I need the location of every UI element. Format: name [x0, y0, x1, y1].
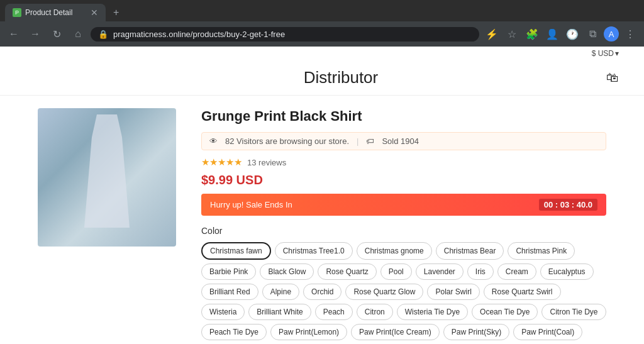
color-options: Christmas fawnChristmas Tree1.0Christmas…	[201, 242, 606, 344]
home-button[interactable]: ⌂	[69, 25, 87, 43]
rating-row: ★★★★★ 13 reviews	[201, 157, 606, 168]
meta-divider: |	[357, 136, 358, 146]
product-image	[38, 108, 176, 247]
site-title: Distributor	[304, 68, 378, 87]
reload-button[interactable]: ↻	[48, 25, 65, 43]
product-price: $9.99 USD	[201, 173, 606, 187]
visitors-text: 82 Visitors are browsing our store.	[225, 136, 349, 146]
color-option-4[interactable]: Christmas Pink	[508, 242, 575, 260]
tab-title: Product Detail	[25, 8, 87, 17]
nav-bar: ← → ↻ ⌂ 🔒 pragmaticness.online/products/…	[0, 21, 644, 47]
color-option-16[interactable]: Rose Quartz Glow	[345, 284, 423, 300]
color-option-24[interactable]: Ocean Tie Dye	[472, 304, 538, 320]
product-image-container	[38, 108, 176, 247]
currency-chevron-icon: ▾	[615, 49, 619, 58]
color-option-5[interactable]: Barbie Pink	[201, 264, 256, 280]
eye-icon: 👁	[209, 136, 218, 146]
color-option-10[interactable]: Iris	[467, 264, 494, 280]
address-bar[interactable]: 🔒 pragmaticness.online/products/buy-2-ge…	[91, 27, 479, 42]
color-option-19[interactable]: Wisteria	[201, 304, 245, 320]
hurry-text: Hurry up! Sale Ends In	[210, 200, 292, 209]
history-button[interactable]: 🕐	[564, 25, 581, 43]
cart-icon[interactable]: 🛍	[606, 70, 619, 85]
currency-selector[interactable]: $ USD ▾	[592, 49, 619, 58]
color-option-7[interactable]: Rose Quartz	[318, 264, 376, 280]
new-tab-button[interactable]: +	[108, 4, 124, 21]
color-option-0[interactable]: Christmas fawn	[201, 242, 271, 260]
url-text: pragmaticness.online/products/buy-2-get-…	[113, 30, 285, 39]
color-option-2[interactable]: Christmas gnome	[357, 242, 432, 260]
bookmark-button[interactable]: ☆	[503, 25, 521, 43]
color-option-27[interactable]: Paw Print(Lemon)	[270, 324, 347, 340]
user-avatar[interactable]: A	[604, 26, 619, 42]
forward-button[interactable]: →	[26, 25, 44, 43]
color-option-22[interactable]: Citron	[357, 304, 393, 320]
profile-button[interactable]: 👤	[543, 25, 561, 43]
secure-icon: 🔒	[98, 30, 108, 39]
countdown-timer: 00 : 03 : 40.0	[539, 199, 597, 211]
color-option-21[interactable]: Peach	[315, 304, 353, 320]
color-option-13[interactable]: Brilliant Red	[201, 284, 258, 300]
top-bar: $ USD ▾	[0, 47, 644, 60]
review-count: 13 reviews	[247, 158, 286, 167]
color-option-3[interactable]: Christmas Bear	[436, 242, 504, 260]
active-tab[interactable]: P Product Detail ✕	[5, 4, 106, 21]
color-option-11[interactable]: Cream	[497, 264, 536, 280]
color-option-18[interactable]: Rose Quartz Swirl	[484, 284, 561, 300]
color-option-29[interactable]: Paw Print(Sky)	[443, 324, 509, 340]
color-option-8[interactable]: Pool	[380, 264, 412, 280]
product-meta-bar: 👁 82 Visitors are browsing our store. | …	[201, 132, 606, 150]
sold-text: Sold 1904	[382, 136, 419, 146]
product-layout: Grunge Print Black Shirt 👁 82 Visitors a…	[0, 96, 644, 344]
browser-actions: ⚡ ☆ 🧩 👤 🕐 ⧉ A ⋮	[483, 25, 639, 43]
color-option-14[interactable]: Alpine	[262, 284, 299, 300]
tab-groups-button[interactable]: ⧉	[584, 25, 601, 43]
color-option-9[interactable]: Lavender	[416, 264, 464, 280]
color-option-28[interactable]: Paw Print(Ice Cream)	[351, 324, 440, 340]
tab-favicon: P	[13, 8, 21, 17]
header-actions: 🛍	[606, 70, 619, 85]
currency-label: $ USD	[592, 49, 614, 58]
menu-button[interactable]: ⋮	[621, 25, 639, 43]
tab-close-button[interactable]: ✕	[91, 8, 98, 18]
browser-chrome: P Product Detail ✕ + ← → ↻ ⌂ 🔒 pragmatic…	[0, 0, 644, 47]
color-option-30[interactable]: Paw Print(Coal)	[513, 324, 582, 340]
color-option-23[interactable]: Wisteria Tie Dye	[397, 304, 468, 320]
color-option-26[interactable]: Peach Tie Dye	[201, 324, 267, 340]
site-header: Distributor 🛍	[0, 60, 644, 96]
color-option-15[interactable]: Orchid	[303, 284, 341, 300]
color-option-6[interactable]: Black Glow	[260, 264, 314, 280]
tab-bar: P Product Detail ✕ +	[0, 0, 644, 21]
product-info: Grunge Print Black Shirt 👁 82 Visitors a…	[201, 108, 606, 344]
sold-icon: 🏷	[366, 136, 374, 146]
countdown-bar: Hurry up! Sale Ends In 00 : 03 : 40.0	[201, 194, 606, 216]
color-option-17[interactable]: Polar Swirl	[427, 284, 479, 300]
color-option-1[interactable]: Christmas Tree1.0	[275, 242, 353, 260]
rating-stars: ★★★★★	[201, 157, 242, 168]
back-button[interactable]: ←	[5, 25, 23, 43]
extensions2-button[interactable]: 🧩	[523, 25, 541, 43]
color-label: Color	[201, 226, 606, 236]
color-option-12[interactable]: Eucalyptus	[540, 264, 594, 280]
product-title: Grunge Print Black Shirt	[201, 108, 606, 125]
page-content: $ USD ▾ Distributor 🛍 Grunge Print Black…	[0, 47, 644, 344]
color-option-25[interactable]: Citron Tie Dye	[541, 304, 606, 320]
extensions-button[interactable]: ⚡	[483, 25, 501, 43]
color-option-20[interactable]: Brilliant White	[248, 304, 311, 320]
